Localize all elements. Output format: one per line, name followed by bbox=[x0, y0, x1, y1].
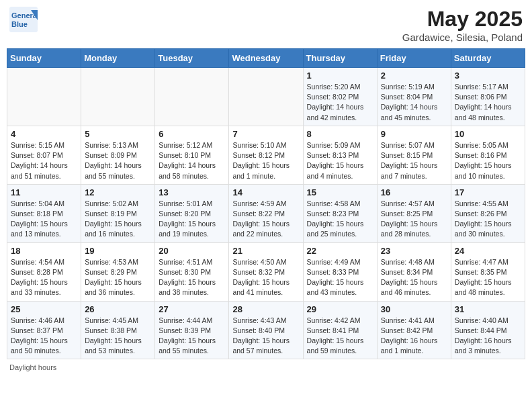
logo: General Blue bbox=[9, 7, 39, 31]
calendar-cell: 19Sunrise: 4:53 AM Sunset: 8:29 PM Dayli… bbox=[81, 242, 155, 301]
calendar-cell bbox=[81, 68, 155, 126]
calendar-cell: 5Sunrise: 5:13 AM Sunset: 8:09 PM Daylig… bbox=[81, 126, 155, 184]
day-number: 1 bbox=[307, 71, 373, 81]
calendar-cell: 18Sunrise: 4:54 AM Sunset: 8:28 PM Dayli… bbox=[7, 242, 81, 301]
daylight-label: Daylight hours bbox=[9, 363, 56, 371]
calendar-cell: 21Sunrise: 4:50 AM Sunset: 8:32 PM Dayli… bbox=[229, 242, 303, 301]
day-info: Sunrise: 4:48 AM Sunset: 8:34 PM Dayligh… bbox=[381, 257, 447, 298]
calendar-cell: 14Sunrise: 4:59 AM Sunset: 8:22 PM Dayli… bbox=[229, 184, 303, 242]
day-info: Sunrise: 4:50 AM Sunset: 8:32 PM Dayligh… bbox=[232, 257, 299, 298]
day-number: 19 bbox=[85, 246, 151, 256]
calendar-cell: 26Sunrise: 4:45 AM Sunset: 8:38 PM Dayli… bbox=[81, 301, 155, 359]
day-number: 22 bbox=[307, 246, 373, 256]
calendar-week-row: 25Sunrise: 4:46 AM Sunset: 8:37 PM Dayli… bbox=[7, 301, 525, 359]
calendar-cell: 4Sunrise: 5:15 AM Sunset: 8:07 PM Daylig… bbox=[7, 126, 81, 184]
day-number: 9 bbox=[381, 129, 447, 139]
calendar-day-header: Tuesday bbox=[155, 49, 229, 68]
day-number: 7 bbox=[232, 129, 299, 139]
title-block: May 2025 Gardawice, Silesia, Poland bbox=[402, 7, 523, 43]
day-info: Sunrise: 4:53 AM Sunset: 8:29 PM Dayligh… bbox=[85, 257, 151, 298]
day-number: 11 bbox=[11, 187, 77, 197]
day-info: Sunrise: 5:20 AM Sunset: 8:02 PM Dayligh… bbox=[307, 82, 373, 123]
day-number: 10 bbox=[455, 129, 521, 139]
day-number: 12 bbox=[85, 187, 151, 197]
calendar-cell: 27Sunrise: 4:44 AM Sunset: 8:39 PM Dayli… bbox=[155, 301, 229, 359]
calendar-day-header: Sunday bbox=[7, 49, 81, 68]
day-number: 31 bbox=[455, 304, 521, 314]
day-number: 21 bbox=[232, 246, 299, 256]
calendar-cell: 16Sunrise: 4:57 AM Sunset: 8:25 PM Dayli… bbox=[377, 184, 451, 242]
calendar-cell: 7Sunrise: 5:10 AM Sunset: 8:12 PM Daylig… bbox=[229, 126, 303, 184]
calendar-cell bbox=[155, 68, 229, 126]
calendar-cell: 6Sunrise: 5:12 AM Sunset: 8:10 PM Daylig… bbox=[155, 126, 229, 184]
day-number: 3 bbox=[455, 71, 521, 81]
day-info: Sunrise: 4:54 AM Sunset: 8:28 PM Dayligh… bbox=[11, 257, 77, 298]
day-number: 15 bbox=[307, 187, 373, 197]
day-info: Sunrise: 5:19 AM Sunset: 8:04 PM Dayligh… bbox=[381, 82, 447, 123]
day-info: Sunrise: 5:10 AM Sunset: 8:12 PM Dayligh… bbox=[232, 140, 299, 181]
footer-note: Daylight hours bbox=[7, 363, 525, 371]
calendar-cell: 15Sunrise: 4:58 AM Sunset: 8:23 PM Dayli… bbox=[303, 184, 377, 242]
location-subtitle: Gardawice, Silesia, Poland bbox=[402, 32, 523, 43]
day-info: Sunrise: 4:49 AM Sunset: 8:33 PM Dayligh… bbox=[307, 257, 373, 298]
calendar-cell: 9Sunrise: 5:07 AM Sunset: 8:15 PM Daylig… bbox=[377, 126, 451, 184]
calendar-cell: 24Sunrise: 4:47 AM Sunset: 8:35 PM Dayli… bbox=[451, 242, 525, 301]
calendar-day-header: Wednesday bbox=[229, 49, 303, 68]
calendar-cell: 11Sunrise: 5:04 AM Sunset: 8:18 PM Dayli… bbox=[7, 184, 81, 242]
day-number: 30 bbox=[381, 304, 447, 314]
calendar-header-row: SundayMondayTuesdayWednesdayThursdayFrid… bbox=[7, 49, 525, 68]
day-info: Sunrise: 5:15 AM Sunset: 8:07 PM Dayligh… bbox=[11, 140, 77, 181]
day-info: Sunrise: 4:59 AM Sunset: 8:22 PM Dayligh… bbox=[232, 199, 299, 240]
day-info: Sunrise: 4:42 AM Sunset: 8:41 PM Dayligh… bbox=[307, 316, 373, 357]
day-number: 24 bbox=[455, 246, 521, 256]
calendar-week-row: 18Sunrise: 4:54 AM Sunset: 8:28 PM Dayli… bbox=[7, 242, 525, 301]
day-number: 26 bbox=[85, 304, 151, 314]
calendar-cell: 1Sunrise: 5:20 AM Sunset: 8:02 PM Daylig… bbox=[303, 68, 377, 126]
calendar-table: SundayMondayTuesdayWednesdayThursdayFrid… bbox=[7, 48, 525, 359]
day-info: Sunrise: 4:45 AM Sunset: 8:38 PM Dayligh… bbox=[85, 316, 151, 357]
day-info: Sunrise: 5:12 AM Sunset: 8:10 PM Dayligh… bbox=[159, 140, 225, 181]
day-info: Sunrise: 4:44 AM Sunset: 8:39 PM Dayligh… bbox=[159, 316, 225, 357]
page-header: General Blue May 2025 Gardawice, Silesia… bbox=[7, 7, 525, 43]
day-info: Sunrise: 5:17 AM Sunset: 8:06 PM Dayligh… bbox=[455, 82, 521, 123]
day-info: Sunrise: 5:07 AM Sunset: 8:15 PM Dayligh… bbox=[381, 140, 447, 181]
day-info: Sunrise: 5:13 AM Sunset: 8:09 PM Dayligh… bbox=[85, 140, 151, 181]
day-info: Sunrise: 5:04 AM Sunset: 8:18 PM Dayligh… bbox=[11, 199, 77, 240]
calendar-cell: 30Sunrise: 4:41 AM Sunset: 8:42 PM Dayli… bbox=[377, 301, 451, 359]
calendar-cell: 20Sunrise: 4:51 AM Sunset: 8:30 PM Dayli… bbox=[155, 242, 229, 301]
calendar-week-row: 11Sunrise: 5:04 AM Sunset: 8:18 PM Dayli… bbox=[7, 184, 525, 242]
calendar-week-row: 1Sunrise: 5:20 AM Sunset: 8:02 PM Daylig… bbox=[7, 68, 525, 126]
calendar-cell: 13Sunrise: 5:01 AM Sunset: 8:20 PM Dayli… bbox=[155, 184, 229, 242]
calendar-cell: 23Sunrise: 4:48 AM Sunset: 8:34 PM Dayli… bbox=[377, 242, 451, 301]
day-info: Sunrise: 4:41 AM Sunset: 8:42 PM Dayligh… bbox=[381, 316, 447, 357]
calendar-day-header: Monday bbox=[81, 49, 155, 68]
calendar-cell: 2Sunrise: 5:19 AM Sunset: 8:04 PM Daylig… bbox=[377, 68, 451, 126]
month-year-title: May 2025 bbox=[402, 7, 523, 32]
calendar-cell: 10Sunrise: 5:05 AM Sunset: 8:16 PM Dayli… bbox=[451, 126, 525, 184]
day-number: 27 bbox=[159, 304, 225, 314]
day-number: 23 bbox=[381, 246, 447, 256]
calendar-cell: 28Sunrise: 4:43 AM Sunset: 8:40 PM Dayli… bbox=[229, 301, 303, 359]
day-number: 4 bbox=[11, 129, 77, 139]
day-number: 13 bbox=[159, 187, 225, 197]
day-number: 16 bbox=[381, 187, 447, 197]
day-info: Sunrise: 4:46 AM Sunset: 8:37 PM Dayligh… bbox=[11, 316, 77, 357]
day-info: Sunrise: 4:40 AM Sunset: 8:44 PM Dayligh… bbox=[455, 316, 521, 357]
calendar-cell: 22Sunrise: 4:49 AM Sunset: 8:33 PM Dayli… bbox=[303, 242, 377, 301]
calendar-cell bbox=[229, 68, 303, 126]
day-info: Sunrise: 4:47 AM Sunset: 8:35 PM Dayligh… bbox=[455, 257, 521, 298]
day-info: Sunrise: 5:01 AM Sunset: 8:20 PM Dayligh… bbox=[159, 199, 225, 240]
day-info: Sunrise: 4:57 AM Sunset: 8:25 PM Dayligh… bbox=[381, 199, 447, 240]
day-info: Sunrise: 5:09 AM Sunset: 8:13 PM Dayligh… bbox=[307, 140, 373, 181]
day-number: 18 bbox=[11, 246, 77, 256]
svg-text:Blue: Blue bbox=[11, 20, 28, 28]
day-info: Sunrise: 5:05 AM Sunset: 8:16 PM Dayligh… bbox=[455, 140, 521, 181]
calendar-day-header: Friday bbox=[377, 49, 451, 68]
calendar-cell: 25Sunrise: 4:46 AM Sunset: 8:37 PM Dayli… bbox=[7, 301, 81, 359]
calendar-cell: 3Sunrise: 5:17 AM Sunset: 8:06 PM Daylig… bbox=[451, 68, 525, 126]
day-number: 25 bbox=[11, 304, 77, 314]
day-number: 14 bbox=[232, 187, 299, 197]
day-number: 20 bbox=[159, 246, 225, 256]
logo-icon: General Blue bbox=[9, 7, 36, 31]
day-number: 17 bbox=[455, 187, 521, 197]
